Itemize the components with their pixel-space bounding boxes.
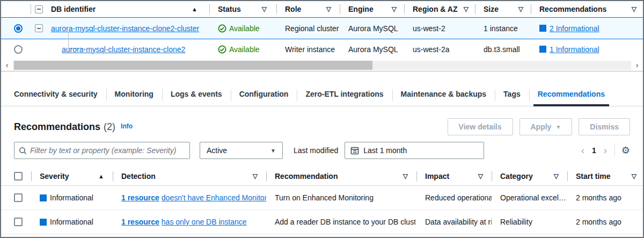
- filter-icon[interactable]: ▽: [632, 5, 636, 13]
- column-label: Detection: [121, 172, 156, 181]
- filter-icon[interactable]: ▽: [554, 172, 559, 180]
- status-available: Available: [218, 45, 260, 54]
- date-range-picker[interactable]: Last 1 month: [345, 142, 484, 159]
- informational-square-icon: [539, 46, 546, 53]
- scrollbar-track[interactable]: [13, 61, 631, 70]
- filter-search-box[interactable]: [14, 142, 190, 159]
- tab-monitoring[interactable]: Monitoring: [106, 83, 162, 106]
- recommendations-table: Severity ▲ Detection ▽ Recommendation ▽ …: [1, 167, 643, 234]
- collapse-all-toggle[interactable]: [35, 5, 43, 13]
- column-header-region-az[interactable]: Region & AZ ▽: [404, 1, 475, 17]
- recommendations-link[interactable]: 2 Informational: [550, 24, 599, 33]
- column-label: DB identifier: [51, 5, 96, 13]
- impact-cell: Data availability at risk: [425, 218, 492, 226]
- column-header-impact[interactable]: Impact ▽: [416, 167, 492, 185]
- info-link[interactable]: Info: [121, 122, 133, 130]
- header-divider: [340, 4, 340, 14]
- row-radio-selected[interactable]: [14, 24, 23, 33]
- caret-down-icon: ▼: [270, 148, 276, 154]
- tab-recommendations[interactable]: Recommendations: [529, 83, 613, 106]
- db-row-cluster[interactable]: aurora-mysql-cluster-instance-clone2-clu…: [1, 17, 643, 39]
- toolbar-divider: [614, 145, 615, 156]
- filter-icon[interactable]: ▽: [392, 5, 397, 13]
- filter-icon[interactable]: ▽: [478, 172, 483, 180]
- select-all-checkbox[interactable]: [14, 172, 23, 181]
- start-time-cell: 2 months ago: [576, 218, 621, 226]
- filter-icon[interactable]: ▽: [253, 172, 258, 180]
- page-next-icon[interactable]: ›: [604, 146, 607, 155]
- column-header-role[interactable]: Role ▽: [276, 1, 340, 17]
- column-header-size[interactable]: Size ▽: [475, 1, 531, 17]
- recommendation-row[interactable]: Informational 1 resource has only one DB…: [1, 210, 643, 234]
- filter-icon[interactable]: ▽: [262, 5, 267, 13]
- search-icon: [19, 147, 27, 155]
- collapse-row-toggle[interactable]: [35, 24, 43, 32]
- tab-configuration[interactable]: Configuration: [231, 83, 297, 106]
- dismiss-button[interactable]: Dismiss: [579, 118, 630, 135]
- expand-column-header: [31, 1, 51, 17]
- category-cell: Operational excellence: [500, 193, 567, 202]
- tab-logs-events[interactable]: Logs & events: [162, 83, 231, 106]
- last-modified-label: Last modified: [294, 146, 338, 155]
- panel-title: Recommendations: [14, 121, 100, 133]
- column-header-recommendation[interactable]: Recommendation ▽: [266, 167, 416, 185]
- scroll-left-icon[interactable]: ‹: [1, 59, 13, 71]
- gear-icon[interactable]: ⚙: [621, 146, 630, 155]
- column-header-engine[interactable]: Engine ▽: [340, 1, 404, 17]
- sort-asc-icon[interactable]: ▲: [98, 173, 104, 179]
- db-identifier-link[interactable]: aurora-mysql-cluster-instance-clone2: [62, 45, 185, 54]
- header-divider: [416, 171, 417, 181]
- header-divider: [209, 4, 210, 14]
- role-cell: Writer instance: [285, 45, 335, 54]
- filter-icon[interactable]: ▽: [326, 5, 331, 13]
- informational-square-icon: [40, 194, 47, 201]
- column-header-severity[interactable]: Severity ▲: [31, 167, 113, 185]
- column-label: Recommendations: [539, 5, 606, 13]
- engine-cell: Aurora MySQL: [348, 45, 398, 54]
- column-header-status[interactable]: Status ▽: [209, 1, 276, 17]
- recommendations-table-header: Severity ▲ Detection ▽ Recommendation ▽ …: [1, 167, 643, 186]
- page-prev-icon[interactable]: ‹: [581, 146, 584, 155]
- view-details-button[interactable]: View details: [448, 118, 513, 135]
- column-header-recommendations[interactable]: Recommendations ▽: [531, 1, 644, 17]
- informational-square-icon: [539, 25, 546, 32]
- filter-search-input[interactable]: [30, 146, 185, 155]
- row-checkbox[interactable]: [14, 193, 23, 202]
- scroll-right-icon[interactable]: ›: [631, 59, 643, 71]
- sort-asc-icon[interactable]: ▲: [192, 6, 197, 12]
- scrollbar-thumb[interactable]: [14, 61, 372, 70]
- pagination: ‹ 1 ›: [581, 146, 607, 155]
- page-number[interactable]: 1: [592, 146, 596, 155]
- column-label: Size: [484, 5, 499, 13]
- column-header-category[interactable]: Category ▽: [492, 167, 567, 185]
- horizontal-scrollbar[interactable]: ‹ ›: [1, 59, 643, 71]
- db-table-header-row: DB identifier ▲ Status ▽ Role ▽ Engine ▽…: [1, 1, 643, 17]
- status-filter-select[interactable]: Active ▼: [200, 142, 283, 159]
- apply-button[interactable]: Apply ▼: [519, 118, 573, 135]
- column-header-start-time[interactable]: Start time ▽: [567, 167, 644, 185]
- column-header-db-identifier[interactable]: DB identifier ▲: [51, 1, 209, 17]
- column-label: Severity: [40, 172, 69, 181]
- row-radio-unselected[interactable]: [14, 45, 23, 54]
- recommendation-cell: Turn on Enhanced Monitoring: [275, 193, 374, 202]
- column-header-detection[interactable]: Detection ▽: [113, 167, 266, 185]
- recommendation-row[interactable]: Informational 1 resource doesn't have En…: [1, 186, 643, 210]
- engine-cell: Aurora MySQL: [348, 24, 398, 33]
- apply-button-label: Apply: [531, 122, 552, 131]
- filter-icon[interactable]: ▽: [518, 5, 523, 13]
- header-divider: [31, 4, 31, 14]
- row-checkbox[interactable]: [14, 218, 23, 226]
- recommendations-link[interactable]: 1 Informational: [550, 45, 599, 54]
- tab-tags[interactable]: Tags: [495, 83, 529, 106]
- tab-zero-etl-integrations[interactable]: Zero-ETL integrations: [297, 83, 392, 106]
- filter-icon[interactable]: ▽: [464, 5, 469, 13]
- region-az-cell: us-west-2: [413, 24, 445, 33]
- tab-connectivity-security[interactable]: Connectivity & security: [5, 83, 106, 106]
- detection-link[interactable]: 1 resource doesn't have Enhanced Monitor…: [121, 193, 266, 202]
- check-circle-icon: [218, 24, 226, 33]
- tab-maintenance-backups[interactable]: Maintenance & backups: [392, 83, 495, 106]
- detection-link[interactable]: 1 resource has only one DB instance: [121, 218, 247, 226]
- filter-icon[interactable]: ▽: [632, 172, 636, 180]
- db-row-instance[interactable]: aurora-mysql-cluster-instance-clone2 Ava…: [1, 39, 643, 59]
- filter-icon[interactable]: ▽: [403, 172, 408, 180]
